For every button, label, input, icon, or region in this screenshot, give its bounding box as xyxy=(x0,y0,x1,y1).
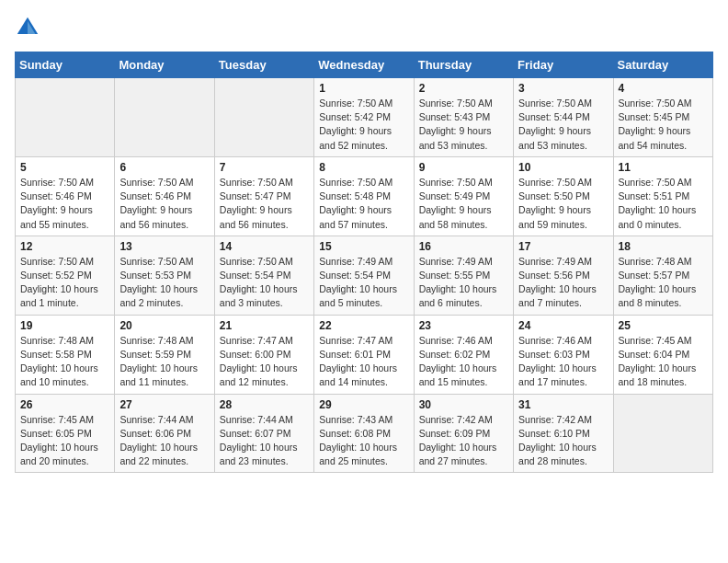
day-number: 4 xyxy=(619,82,708,95)
day-info: Sunrise: 7:50 AMSunset: 5:53 PMDaylight:… xyxy=(119,255,209,311)
calendar-cell: 13Sunrise: 7:50 AMSunset: 5:53 PMDayligh… xyxy=(115,236,214,315)
day-info: Sunrise: 7:42 AMSunset: 6:10 PMDaylight:… xyxy=(518,413,608,469)
day-number: 1 xyxy=(319,82,408,95)
day-info: Sunrise: 7:50 AMSunset: 5:47 PMDaylight:… xyxy=(220,176,309,232)
week-row-1: 1Sunrise: 7:50 AMSunset: 5:42 PMDaylight… xyxy=(16,78,713,157)
calendar-cell: 22Sunrise: 7:47 AMSunset: 6:01 PMDayligh… xyxy=(314,315,414,394)
week-row-2: 5Sunrise: 7:50 AMSunset: 5:46 PMDaylight… xyxy=(16,156,713,236)
day-info: Sunrise: 7:50 AMSunset: 5:43 PMDaylight:… xyxy=(419,97,508,153)
day-number: 30 xyxy=(419,398,508,411)
day-info: Sunrise: 7:50 AMSunset: 5:52 PMDaylight:… xyxy=(20,255,109,311)
day-number: 12 xyxy=(20,240,109,253)
day-info: Sunrise: 7:45 AMSunset: 6:04 PMDaylight:… xyxy=(619,334,708,390)
day-number: 19 xyxy=(20,319,109,332)
calendar-cell: 11Sunrise: 7:50 AMSunset: 5:51 PMDayligh… xyxy=(613,156,712,236)
logo xyxy=(15,15,44,40)
day-info: Sunrise: 7:50 AMSunset: 5:49 PMDaylight:… xyxy=(419,176,508,232)
week-row-5: 26Sunrise: 7:45 AMSunset: 6:05 PMDayligh… xyxy=(16,394,713,473)
calendar-cell: 8Sunrise: 7:50 AMSunset: 5:48 PMDaylight… xyxy=(314,156,414,236)
calendar-cell: 19Sunrise: 7:48 AMSunset: 5:58 PMDayligh… xyxy=(16,315,115,394)
day-number: 22 xyxy=(319,319,408,332)
calendar-cell: 12Sunrise: 7:50 AMSunset: 5:52 PMDayligh… xyxy=(16,236,115,315)
calendar-cell: 9Sunrise: 7:50 AMSunset: 5:49 PMDaylight… xyxy=(414,156,513,236)
day-number: 31 xyxy=(518,398,608,411)
day-number: 11 xyxy=(619,161,708,174)
calendar-cell: 21Sunrise: 7:47 AMSunset: 6:00 PMDayligh… xyxy=(214,315,313,394)
day-info: Sunrise: 7:50 AMSunset: 5:46 PMDaylight:… xyxy=(20,176,109,232)
day-number: 16 xyxy=(419,240,508,253)
day-info: Sunrise: 7:50 AMSunset: 5:54 PMDaylight:… xyxy=(220,255,309,311)
calendar-cell: 24Sunrise: 7:46 AMSunset: 6:03 PMDayligh… xyxy=(514,315,613,394)
calendar-cell xyxy=(613,394,712,473)
calendar-cell xyxy=(16,78,115,157)
day-info: Sunrise: 7:46 AMSunset: 6:03 PMDaylight:… xyxy=(518,334,608,390)
calendar-cell: 31Sunrise: 7:42 AMSunset: 6:10 PMDayligh… xyxy=(514,394,613,473)
calendar-cell: 14Sunrise: 7:50 AMSunset: 5:54 PMDayligh… xyxy=(214,236,313,315)
calendar-cell: 1Sunrise: 7:50 AMSunset: 5:42 PMDaylight… xyxy=(314,78,414,157)
day-info: Sunrise: 7:42 AMSunset: 6:09 PMDaylight:… xyxy=(419,413,508,469)
calendar-cell: 25Sunrise: 7:45 AMSunset: 6:04 PMDayligh… xyxy=(613,315,712,394)
weekday-header-monday: Monday xyxy=(115,52,214,78)
day-number: 26 xyxy=(20,398,109,411)
calendar-header: SundayMondayTuesdayWednesdayThursdayFrid… xyxy=(16,52,713,78)
calendar-cell: 28Sunrise: 7:44 AMSunset: 6:07 PMDayligh… xyxy=(214,394,313,473)
day-info: Sunrise: 7:48 AMSunset: 5:58 PMDaylight:… xyxy=(20,334,109,390)
day-info: Sunrise: 7:50 AMSunset: 5:46 PMDaylight:… xyxy=(119,176,209,232)
day-info: Sunrise: 7:50 AMSunset: 5:42 PMDaylight:… xyxy=(319,97,408,153)
calendar-cell: 27Sunrise: 7:44 AMSunset: 6:06 PMDayligh… xyxy=(115,394,214,473)
calendar-cell: 3Sunrise: 7:50 AMSunset: 5:44 PMDaylight… xyxy=(514,78,613,157)
calendar-body: 1Sunrise: 7:50 AMSunset: 5:42 PMDaylight… xyxy=(16,78,713,473)
weekday-header-wednesday: Wednesday xyxy=(314,52,414,78)
day-number: 6 xyxy=(119,161,209,174)
weekday-header-sunday: Sunday xyxy=(16,52,115,78)
day-number: 13 xyxy=(119,240,209,253)
day-number: 10 xyxy=(518,161,608,174)
day-number: 18 xyxy=(619,240,708,253)
day-info: Sunrise: 7:47 AMSunset: 6:01 PMDaylight:… xyxy=(319,334,408,390)
weekday-header-thursday: Thursday xyxy=(414,52,513,78)
weekday-row: SundayMondayTuesdayWednesdayThursdayFrid… xyxy=(16,52,713,78)
day-number: 23 xyxy=(419,319,508,332)
day-info: Sunrise: 7:50 AMSunset: 5:44 PMDaylight:… xyxy=(518,97,608,153)
calendar-cell: 6Sunrise: 7:50 AMSunset: 5:46 PMDaylight… xyxy=(115,156,214,236)
day-info: Sunrise: 7:50 AMSunset: 5:51 PMDaylight:… xyxy=(619,176,708,232)
logo-icon xyxy=(15,15,40,40)
day-number: 25 xyxy=(619,319,708,332)
day-number: 20 xyxy=(119,319,209,332)
day-number: 27 xyxy=(119,398,209,411)
day-info: Sunrise: 7:50 AMSunset: 5:50 PMDaylight:… xyxy=(518,176,608,232)
calendar-cell xyxy=(115,78,214,157)
weekday-header-friday: Friday xyxy=(514,52,613,78)
weekday-header-tuesday: Tuesday xyxy=(214,52,313,78)
day-info: Sunrise: 7:49 AMSunset: 5:56 PMDaylight:… xyxy=(518,255,608,311)
calendar-cell: 29Sunrise: 7:43 AMSunset: 6:08 PMDayligh… xyxy=(314,394,414,473)
calendar-cell: 18Sunrise: 7:48 AMSunset: 5:57 PMDayligh… xyxy=(613,236,712,315)
calendar-cell: 4Sunrise: 7:50 AMSunset: 5:45 PMDaylight… xyxy=(613,78,712,157)
day-number: 14 xyxy=(220,240,309,253)
day-info: Sunrise: 7:48 AMSunset: 5:59 PMDaylight:… xyxy=(119,334,209,390)
day-info: Sunrise: 7:44 AMSunset: 6:06 PMDaylight:… xyxy=(119,413,209,469)
calendar-cell: 17Sunrise: 7:49 AMSunset: 5:56 PMDayligh… xyxy=(514,236,613,315)
day-number: 15 xyxy=(319,240,408,253)
calendar-cell: 23Sunrise: 7:46 AMSunset: 6:02 PMDayligh… xyxy=(414,315,513,394)
calendar-cell xyxy=(214,78,313,157)
day-number: 29 xyxy=(319,398,408,411)
day-info: Sunrise: 7:47 AMSunset: 6:00 PMDaylight:… xyxy=(220,334,309,390)
day-info: Sunrise: 7:49 AMSunset: 5:54 PMDaylight:… xyxy=(319,255,408,311)
calendar-cell: 2Sunrise: 7:50 AMSunset: 5:43 PMDaylight… xyxy=(414,78,513,157)
day-number: 17 xyxy=(518,240,608,253)
weekday-header-saturday: Saturday xyxy=(613,52,712,78)
day-info: Sunrise: 7:45 AMSunset: 6:05 PMDaylight:… xyxy=(20,413,109,469)
page-header xyxy=(15,15,713,40)
day-number: 3 xyxy=(518,82,608,95)
calendar-cell: 26Sunrise: 7:45 AMSunset: 6:05 PMDayligh… xyxy=(16,394,115,473)
calendar-cell: 10Sunrise: 7:50 AMSunset: 5:50 PMDayligh… xyxy=(514,156,613,236)
calendar-cell: 5Sunrise: 7:50 AMSunset: 5:46 PMDaylight… xyxy=(16,156,115,236)
week-row-4: 19Sunrise: 7:48 AMSunset: 5:58 PMDayligh… xyxy=(16,315,713,394)
calendar-cell: 20Sunrise: 7:48 AMSunset: 5:59 PMDayligh… xyxy=(115,315,214,394)
calendar-cell: 30Sunrise: 7:42 AMSunset: 6:09 PMDayligh… xyxy=(414,394,513,473)
day-number: 21 xyxy=(220,319,309,332)
day-info: Sunrise: 7:46 AMSunset: 6:02 PMDaylight:… xyxy=(419,334,508,390)
calendar-cell: 7Sunrise: 7:50 AMSunset: 5:47 PMDaylight… xyxy=(214,156,313,236)
day-info: Sunrise: 7:48 AMSunset: 5:57 PMDaylight:… xyxy=(619,255,708,311)
